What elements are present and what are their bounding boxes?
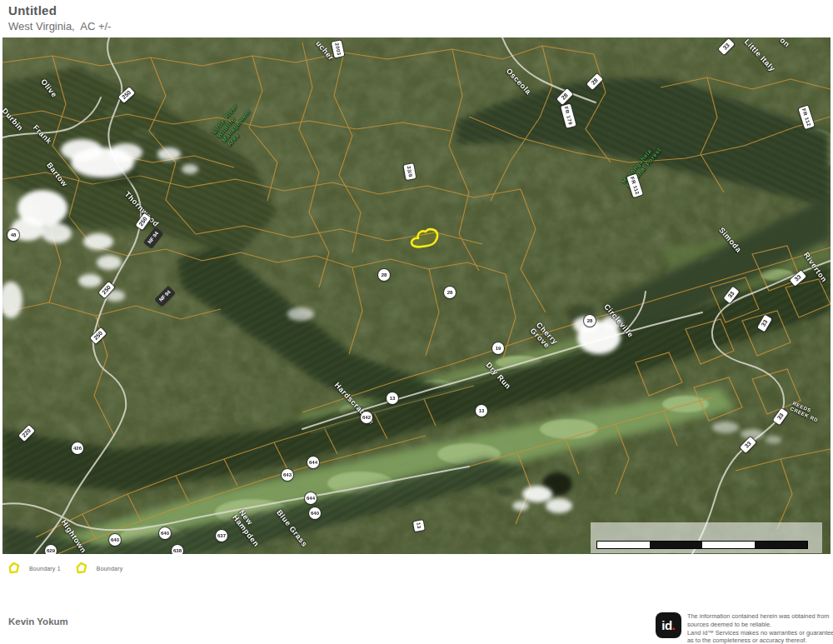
scale-ticks (596, 524, 819, 539)
landid-logo: id. (656, 612, 681, 638)
export-page: Untitled West Virginia, AC +/- (0, 0, 833, 644)
route-shield: 33 (790, 270, 806, 286)
route-shield: FR 112 (626, 174, 643, 198)
route-shield: FR 112 (798, 106, 815, 130)
route-shield: 644 (307, 457, 319, 468)
route-shield: 640 (309, 507, 321, 519)
legend-item: Boundary (74, 562, 123, 576)
route-shield: 643 (282, 469, 293, 481)
route-shield: 28 (584, 315, 596, 327)
route-shield: 637 (216, 530, 227, 542)
route-shield: 13 (387, 392, 398, 404)
legend-item-label: Boundary (97, 566, 123, 572)
legend-item: Boundary 1 (7, 562, 61, 576)
logo-dot: . (672, 618, 676, 632)
scale-bar (591, 522, 822, 553)
route-shield: 2003 (332, 40, 345, 57)
map-shields-layer: 2502502502502202828333333333333NF 94NF 9… (2, 37, 831, 554)
route-shield: 19 (492, 342, 504, 354)
route-shield: 33 (718, 38, 735, 55)
route-shield: 13 (476, 405, 487, 417)
boundary-swatch-icon (74, 562, 88, 576)
scale-segment (702, 542, 755, 548)
route-shield: 33 (724, 287, 740, 303)
route-shield: 250 (90, 327, 107, 344)
route-shield: 640 (109, 534, 121, 546)
route-shield: 629 (45, 545, 57, 554)
route-shield: 28 (378, 269, 390, 281)
scale-segments (596, 541, 808, 549)
route-shield: 250 (118, 87, 135, 102)
map[interactable]: ucherOliveDurbinFrankBartowThornwoodOsce… (2, 37, 831, 554)
page-subtitle: West Virginia, AC +/- (8, 20, 111, 32)
scale-segment (650, 542, 702, 548)
route-shield: 638 (172, 545, 183, 554)
boundary-swatch-icon (7, 562, 21, 576)
route-shield: 642 (361, 412, 372, 423)
route-shield: 28 (586, 73, 603, 90)
author-name: Kevin Yokum (8, 617, 68, 627)
map-header: Untitled West Virginia, AC +/- (8, 3, 111, 32)
legend: Boundary 1 Boundary (7, 562, 136, 576)
route-shield: NF 94 (144, 227, 162, 247)
route-shield: 250 (136, 213, 152, 230)
route-shield: 48 (7, 229, 19, 241)
route-shield: 644 (305, 492, 317, 504)
route-shield: 13 (413, 520, 425, 532)
route-shield: 426 (72, 442, 83, 454)
route-shield: 250 (98, 282, 114, 298)
route-shield: 33 (740, 437, 756, 453)
route-shield: 33 (757, 315, 772, 332)
scale-segment (597, 542, 650, 548)
route-shield: 33 (773, 408, 789, 425)
route-shield: 640 (159, 527, 171, 539)
scale-segment (755, 542, 807, 548)
route-shield: 28 (444, 287, 456, 298)
route-shield: 28 (556, 88, 573, 105)
legend-item-label: Boundary 1 (29, 566, 61, 572)
route-shield: 33/8 (403, 163, 416, 180)
logo-text: id (661, 618, 671, 632)
brand-block: id. The information contained herein was… (656, 612, 833, 644)
route-shield: NF 94 (155, 287, 175, 307)
page-title: Untitled (8, 3, 111, 17)
disclaimer-text: The information contained herein was obt… (687, 612, 833, 644)
route-shield: 220 (18, 425, 35, 442)
route-shield: FR 179 (561, 104, 576, 128)
